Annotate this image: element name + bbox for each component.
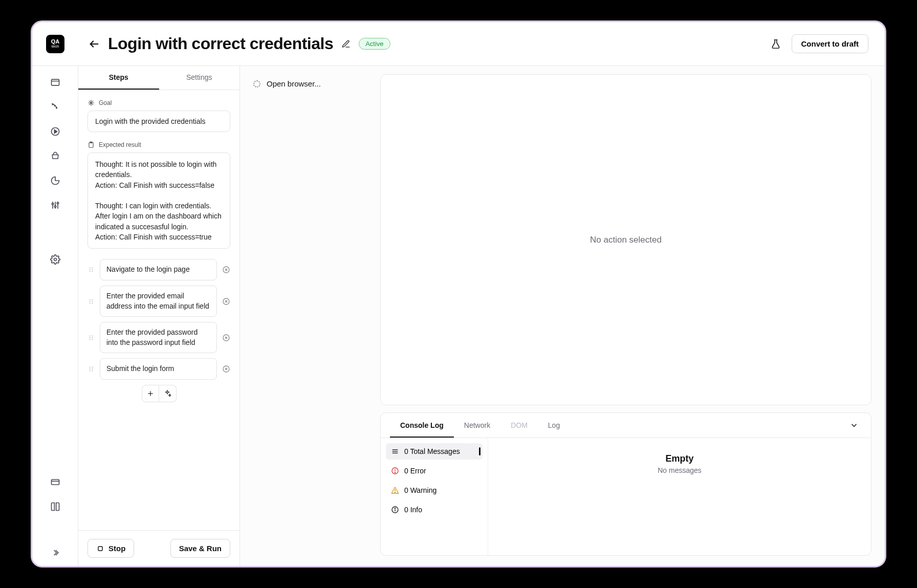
svg-point-28 bbox=[90, 299, 91, 300]
run-log: Open browser... bbox=[250, 74, 373, 405]
nav-target-icon[interactable] bbox=[50, 102, 60, 112]
svg-point-22 bbox=[92, 268, 93, 269]
logo-slot: QA tech bbox=[32, 35, 78, 53]
preview-empty-text: No action selected bbox=[590, 235, 662, 245]
svg-point-3 bbox=[52, 104, 53, 105]
svg-point-13 bbox=[57, 202, 58, 204]
svg-point-31 bbox=[92, 299, 93, 300]
svg-marker-7 bbox=[54, 130, 57, 134]
header: QA tech Login with correct credentials A… bbox=[32, 22, 885, 66]
page-title: Login with correct credentials bbox=[108, 34, 333, 53]
svg-point-11 bbox=[52, 203, 53, 205]
console-collapse-button[interactable] bbox=[849, 421, 862, 430]
filter-warning[interactable]: 0 Warning bbox=[386, 482, 483, 498]
svg-point-29 bbox=[90, 301, 91, 302]
svg-point-40 bbox=[92, 335, 93, 336]
svg-point-32 bbox=[92, 301, 93, 302]
convert-to-draft-button[interactable]: Convert to draft bbox=[792, 34, 869, 53]
step-text[interactable]: Enter the provided email address into th… bbox=[100, 286, 217, 317]
console-messages: Empty No messages bbox=[488, 438, 871, 555]
svg-point-38 bbox=[90, 337, 91, 338]
filter-info[interactable]: 0 Info bbox=[386, 502, 483, 518]
nav-card-icon[interactable] bbox=[50, 477, 60, 487]
remove-step-button[interactable] bbox=[222, 334, 230, 342]
edit-title-button[interactable] bbox=[341, 39, 351, 49]
step-item: Enter the provided password into the pas… bbox=[88, 322, 230, 353]
svg-point-42 bbox=[92, 339, 93, 340]
console-tab-dom: DOM bbox=[500, 413, 538, 438]
goal-input[interactable]: Login with the provided credentials bbox=[88, 111, 230, 132]
nav-box-icon[interactable] bbox=[50, 151, 60, 161]
step-item: Navigate to the login page bbox=[88, 259, 230, 280]
run-log-line: Open browser... bbox=[253, 79, 370, 88]
drag-handle-icon[interactable] bbox=[88, 266, 95, 273]
svg-point-41 bbox=[92, 337, 93, 338]
drag-handle-icon[interactable] bbox=[88, 365, 95, 373]
svg-point-21 bbox=[90, 271, 91, 272]
expected-result-input[interactable]: Thought: It is not possible to login wit… bbox=[88, 153, 230, 249]
drag-handle-icon[interactable] bbox=[88, 298, 95, 305]
svg-point-65 bbox=[395, 492, 395, 492]
svg-point-33 bbox=[92, 302, 93, 303]
console-tab-log[interactable]: Log bbox=[538, 413, 570, 438]
drag-handle-icon[interactable] bbox=[88, 334, 95, 341]
svg-point-19 bbox=[90, 268, 91, 269]
remove-step-button[interactable] bbox=[222, 365, 230, 373]
svg-point-46 bbox=[90, 367, 91, 368]
svg-point-30 bbox=[90, 302, 91, 303]
console-empty-title: Empty bbox=[665, 453, 693, 464]
nav-window-icon[interactable] bbox=[50, 77, 60, 88]
remove-step-button[interactable] bbox=[222, 297, 230, 306]
svg-point-5 bbox=[56, 107, 57, 108]
svg-rect-1 bbox=[51, 79, 59, 85]
nav-pie-icon[interactable] bbox=[50, 176, 60, 186]
ai-suggest-button[interactable] bbox=[159, 385, 177, 402]
step-text[interactable]: Navigate to the login page bbox=[100, 259, 217, 280]
nav-expand-icon[interactable] bbox=[50, 548, 60, 558]
logo-text-2: tech bbox=[51, 45, 59, 49]
add-step-button[interactable] bbox=[142, 385, 159, 402]
svg-point-24 bbox=[92, 271, 93, 272]
nav-play-icon[interactable] bbox=[50, 126, 60, 137]
experiment-icon[interactable] bbox=[770, 38, 781, 50]
nav-settings-icon[interactable] bbox=[50, 254, 60, 265]
svg-point-23 bbox=[92, 269, 93, 270]
step-text[interactable]: Enter the provided password into the pas… bbox=[100, 322, 217, 353]
nav-book-icon[interactable] bbox=[50, 502, 60, 512]
svg-point-49 bbox=[92, 367, 93, 368]
svg-point-20 bbox=[90, 269, 91, 270]
step-item: Enter the provided email address into th… bbox=[88, 286, 230, 317]
console-panel: Console Log Network DOM Log 0 Total Mess… bbox=[380, 412, 871, 556]
steps-sidebar: Steps Settings Goal Login with the provi… bbox=[78, 66, 240, 566]
filter-total[interactable]: 0 Total Messages bbox=[386, 443, 483, 460]
nav-rail bbox=[32, 66, 78, 566]
console-tab-console[interactable]: Console Log bbox=[390, 413, 454, 438]
filter-error[interactable]: 0 Error bbox=[386, 463, 483, 479]
svg-point-51 bbox=[92, 371, 93, 372]
save-run-button[interactable]: Save & Run bbox=[170, 539, 230, 558]
svg-point-14 bbox=[54, 258, 56, 261]
svg-point-4 bbox=[54, 105, 55, 106]
stop-button[interactable]: Stop bbox=[88, 539, 134, 558]
console-empty-subtitle: No messages bbox=[658, 466, 702, 474]
brand-logo[interactable]: QA tech bbox=[46, 35, 64, 53]
nav-sliders-icon[interactable] bbox=[50, 200, 60, 210]
spinner-icon bbox=[253, 80, 260, 88]
svg-point-12 bbox=[54, 206, 56, 207]
svg-point-48 bbox=[90, 371, 91, 372]
svg-point-68 bbox=[395, 508, 395, 509]
svg-point-39 bbox=[90, 339, 91, 340]
back-button[interactable] bbox=[89, 38, 100, 50]
tab-steps[interactable]: Steps bbox=[78, 66, 159, 90]
svg-point-47 bbox=[90, 368, 91, 369]
svg-rect-15 bbox=[51, 480, 59, 485]
tab-settings[interactable]: Settings bbox=[159, 66, 240, 90]
step-text[interactable]: Submit the login form bbox=[100, 358, 217, 380]
svg-point-63 bbox=[395, 472, 395, 473]
svg-point-50 bbox=[92, 368, 93, 369]
svg-rect-57 bbox=[98, 547, 102, 551]
status-badge: Active bbox=[359, 38, 390, 50]
console-tab-network[interactable]: Network bbox=[454, 413, 500, 438]
svg-point-37 bbox=[90, 335, 91, 336]
remove-step-button[interactable] bbox=[222, 266, 230, 274]
